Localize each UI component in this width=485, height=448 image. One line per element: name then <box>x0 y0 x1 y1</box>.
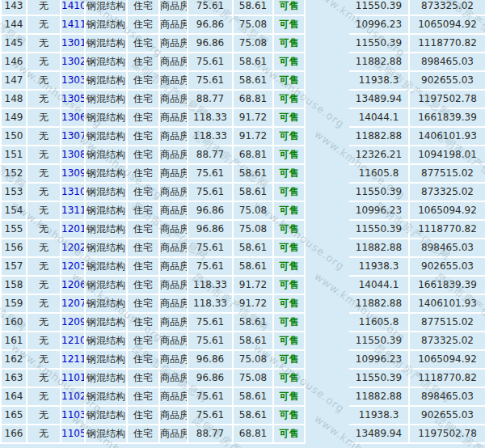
cell-usage: 住宅 <box>128 277 158 294</box>
cell-unit_price: 11882.88 <box>349 239 408 256</box>
cell-mortgage: 无 <box>27 277 60 294</box>
table-row-prices: 11550.39873325.02 <box>349 184 485 201</box>
cell-structure: 钢混结构 <box>86 239 126 256</box>
cell-mortgage: 无 <box>27 221 60 238</box>
cell-sale_status: 可售 <box>274 91 304 108</box>
cell-structure: 钢混结构 <box>86 407 126 424</box>
cell-total_price: 1094198.01 <box>410 146 485 163</box>
unit-link[interactable]: 1306 <box>61 109 84 126</box>
unit-link[interactable]: 1303 <box>61 72 84 89</box>
table-row: 160无1209钢混结构住宅商品房75.6158.61可售 <box>2 314 304 331</box>
cell-sale_status: 可售 <box>274 388 304 405</box>
cell-build_area: 88.77 <box>188 146 232 163</box>
unit-link[interactable]: 1201 <box>61 221 84 238</box>
cell-sale_status: 可售 <box>274 184 304 201</box>
cell-unit_price: 14044.1 <box>349 109 408 126</box>
cell-mortgage: 无 <box>27 184 60 201</box>
table-row: 153无1310钢混结构住宅商品房75.6158.61可售 <box>2 184 304 201</box>
unit-link[interactable]: 1310 <box>61 184 84 201</box>
unit-link[interactable]: 1302 <box>61 53 84 70</box>
unit-link[interactable]: 1101 <box>61 370 84 387</box>
cell-build_area: 96.86 <box>188 351 232 368</box>
table-row-prices: 14044.11661839.39 <box>349 109 485 126</box>
table-row-prices: 11882.881406101.93 <box>349 128 485 145</box>
cell-build_area: 118.33 <box>188 109 232 126</box>
unit-link[interactable]: 1307 <box>61 128 84 145</box>
table-row-prices: 14044.11661839.39 <box>349 277 485 294</box>
table-row-prices: 11938.3902655.03 <box>349 407 485 424</box>
unit-link[interactable]: 1411 <box>61 16 84 33</box>
cell-build_area: 75.61 <box>188 388 232 405</box>
unit-link[interactable]: 1209 <box>61 314 84 331</box>
cell-build_area: 96.86 <box>188 221 232 238</box>
cell-seq: 153 <box>2 184 26 201</box>
table-row-prices: 11550.39873325.02 <box>349 332 485 349</box>
table-row-prices: 10996.231065094.92 <box>349 16 485 33</box>
cell-house_type: 商品房 <box>160 314 187 331</box>
cell-mortgage: 无 <box>27 165 60 182</box>
table-row-prices: 11550.39873325.02 <box>349 0 485 15</box>
cell-structure: 钢混结构 <box>86 295 126 312</box>
cell-house_type: 商品房 <box>160 407 187 424</box>
property-listing-page: 143无1410钢混结构住宅商品房75.6158.61可售144无1411钢混结… <box>0 0 485 448</box>
cell-inner_area: 91.72 <box>234 128 272 145</box>
cell-build_area: 75.61 <box>188 165 232 182</box>
unit-link[interactable]: 1102 <box>61 388 84 405</box>
cell-sale_status: 可售 <box>274 221 304 238</box>
unit-link[interactable]: 1309 <box>61 165 84 182</box>
cell-unit_price: 11605.8 <box>349 314 408 331</box>
cell-unit_price: 10996.23 <box>349 351 408 368</box>
cell-unit_price: 10996.23 <box>349 202 408 219</box>
unit-link[interactable]: 1410 <box>61 0 84 15</box>
cell-mortgage: 无 <box>27 91 60 108</box>
cell-inner_area: 75.08 <box>234 221 272 238</box>
cell-seq: 146 <box>2 53 26 70</box>
cell-structure: 钢混结构 <box>86 370 126 387</box>
cell-build_area: 75.61 <box>188 184 232 201</box>
unit-link[interactable]: 1105 <box>61 425 84 442</box>
cell-sale_status: 可售 <box>274 16 304 33</box>
table-row: 161无1210钢混结构住宅商品房75.6158.61可售 <box>2 332 304 349</box>
table-row-prices: 13489.941197502.78 <box>349 91 485 108</box>
cell-mortgage: 无 <box>27 239 60 256</box>
unit-link[interactable]: 1211 <box>61 351 84 368</box>
cell-usage: 住宅 <box>128 35 158 52</box>
cell-build_area: 75.61 <box>188 258 232 275</box>
unit-link[interactable]: 1305 <box>61 91 84 108</box>
cell-total_price: 902655.03 <box>410 72 485 89</box>
cell-build_area: 96.86 <box>188 202 232 219</box>
cell-house_type: 商品房 <box>160 277 187 294</box>
cell-usage: 住宅 <box>128 72 158 89</box>
cell-usage: 住宅 <box>128 91 158 108</box>
unit-link[interactable]: 1207 <box>61 295 84 312</box>
cell-total_price: 877515.02 <box>410 165 485 182</box>
unit-link[interactable]: 1103 <box>61 407 84 424</box>
cell-inner_area: 75.08 <box>234 351 272 368</box>
table-row-prices: 11882.881406101.93 <box>349 295 485 312</box>
cell-unit_price: 11882.88 <box>349 53 408 70</box>
cell-usage: 住宅 <box>128 146 158 163</box>
cell-mortgage: 无 <box>27 146 60 163</box>
cell-mortgage: 无 <box>27 53 60 70</box>
cell-unit_price: 10996.23 <box>349 16 408 33</box>
cell-mortgage: 无 <box>27 128 60 145</box>
unit-link[interactable]: 1301 <box>61 35 84 52</box>
cell-total_price: 873325.02 <box>410 332 485 349</box>
unit-link[interactable]: 1203 <box>61 258 84 275</box>
unit-link[interactable]: 1206 <box>61 277 84 294</box>
unit-link[interactable]: 1311 <box>61 202 84 219</box>
cell-seq: 155 <box>2 221 26 238</box>
cell-structure: 钢混结构 <box>86 202 126 219</box>
cell-mortgage: 无 <box>27 370 60 387</box>
cell-seq: 159 <box>2 295 26 312</box>
cell-build_area: 75.61 <box>188 407 232 424</box>
cell-sale_status: 可售 <box>274 53 304 70</box>
cell-usage: 住宅 <box>128 258 158 275</box>
unit-link[interactable]: 1202 <box>61 239 84 256</box>
unit-link[interactable]: 1308 <box>61 146 84 163</box>
cell-sale_status: 可售 <box>274 128 304 145</box>
unit-link[interactable]: 1210 <box>61 332 84 349</box>
cell-unit_price: 11550.39 <box>349 35 408 52</box>
cell-unit_price: 11882.88 <box>349 388 408 405</box>
cell-house_type: 商品房 <box>160 0 187 15</box>
